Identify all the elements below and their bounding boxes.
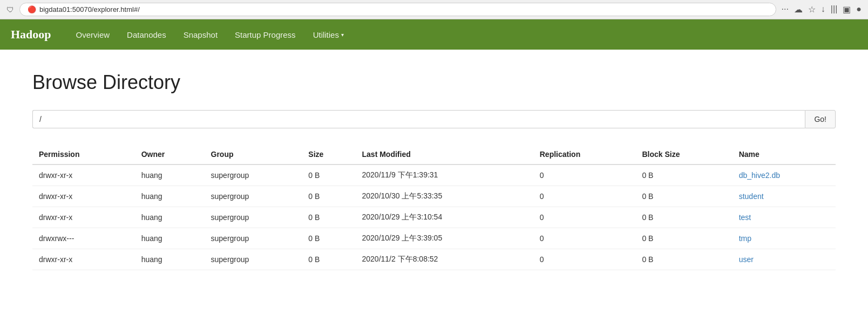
cell-group: supergroup <box>205 249 302 270</box>
pocket-icon[interactable]: ☁ <box>794 4 803 15</box>
table-row: drwxr-xr-x huang supergroup 0 B 2020/10/… <box>32 186 836 207</box>
cell-owner: huang <box>135 228 205 249</box>
nav-item-startup-progress[interactable]: Startup Progress <box>226 20 304 49</box>
shield-icon: 🛡 <box>6 5 14 14</box>
nav-item-overview[interactable]: Overview <box>67 20 119 49</box>
cell-group: supergroup <box>205 186 302 207</box>
nav-link-datanodes[interactable]: Datanodes <box>118 20 175 49</box>
cell-last-modified: 2020/10/29 上午3:39:05 <box>356 228 533 249</box>
cell-owner: huang <box>135 186 205 207</box>
cell-replication: 0 <box>533 249 636 270</box>
cell-block-size: 0 B <box>635 207 732 228</box>
name-link[interactable]: db_hive2.db <box>739 171 780 180</box>
cell-block-size: 0 B <box>635 249 732 270</box>
cell-owner: huang <box>135 164 205 186</box>
cell-name[interactable]: tmp <box>733 228 836 249</box>
bookmark-icon[interactable]: ☆ <box>808 4 816 15</box>
cell-size: 0 B <box>302 228 355 249</box>
url-text: bigdata01:50070/explorer.html#/ <box>39 5 140 13</box>
page-title: Browse Directory <box>32 71 836 94</box>
cell-permission: drwxrwx--- <box>32 228 135 249</box>
cell-replication: 0 <box>533 164 636 186</box>
cell-size: 0 B <box>302 164 355 186</box>
cell-size: 0 B <box>302 249 355 270</box>
path-input[interactable] <box>32 110 805 128</box>
cell-replication: 0 <box>533 207 636 228</box>
cell-block-size: 0 B <box>635 164 732 186</box>
col-name: Name <box>733 145 836 164</box>
cell-replication: 0 <box>533 228 636 249</box>
nav-link-overview[interactable]: Overview <box>67 20 119 49</box>
path-bar: Go! <box>32 110 836 128</box>
utilities-dropdown: Utilities ▾ <box>313 30 344 39</box>
cell-block-size: 0 B <box>635 228 732 249</box>
col-replication: Replication <box>533 145 636 164</box>
navbar-nav: Overview Datanodes Snapshot Startup Prog… <box>67 20 352 49</box>
cell-group: supergroup <box>205 207 302 228</box>
table-header: Permission Owner Group Size Last Modifie… <box>32 145 836 164</box>
nav-item-datanodes[interactable]: Datanodes <box>118 20 175 49</box>
cell-group: supergroup <box>205 228 302 249</box>
nav-link-snapshot[interactable]: Snapshot <box>175 20 226 49</box>
menu-dots-icon[interactable]: ··· <box>782 4 789 15</box>
cell-name[interactable]: test <box>733 207 836 228</box>
cell-group: supergroup <box>205 164 302 186</box>
cell-last-modified: 2020/11/9 下午1:39:31 <box>356 164 533 186</box>
nav-link-startup-progress[interactable]: Startup Progress <box>226 20 304 49</box>
cell-permission: drwxr-xr-x <box>32 249 135 270</box>
cell-permission: drwxr-xr-x <box>32 207 135 228</box>
nav-item-snapshot[interactable]: Snapshot <box>175 20 226 49</box>
cell-size: 0 B <box>302 207 355 228</box>
navbar-brand[interactable]: Hadoop <box>11 28 51 42</box>
table-row: drwxrwx--- huang supergroup 0 B 2020/10/… <box>32 228 836 249</box>
cell-name[interactable]: user <box>733 249 836 270</box>
col-group: Group <box>205 145 302 164</box>
directory-table: Permission Owner Group Size Last Modifie… <box>32 145 836 270</box>
col-block-size: Block Size <box>635 145 732 164</box>
cell-last-modified: 2020/10/30 上午5:33:35 <box>356 186 533 207</box>
cell-last-modified: 2020/10/29 上午3:10:54 <box>356 207 533 228</box>
cell-name[interactable]: student <box>733 186 836 207</box>
browser-bar: 🛡 🔴 bigdata01:50070/explorer.html#/ ··· … <box>0 0 868 19</box>
cell-size: 0 B <box>302 186 355 207</box>
cell-owner: huang <box>135 207 205 228</box>
cell-permission: drwxr-xr-x <box>32 186 135 207</box>
table-row: drwxr-xr-x huang supergroup 0 B 2020/11/… <box>32 164 836 186</box>
main-content: Browse Directory Go! Permission Owner Gr… <box>0 50 868 292</box>
avatar-icon[interactable]: ● <box>856 4 862 15</box>
col-owner: Owner <box>135 145 205 164</box>
url-bar[interactable]: 🔴 bigdata01:50070/explorer.html#/ <box>19 3 776 16</box>
col-permission: Permission <box>32 145 135 164</box>
go-button[interactable]: Go! <box>805 110 836 128</box>
cell-owner: huang <box>135 249 205 270</box>
nav-link-utilities[interactable]: Utilities ▾ <box>304 20 352 49</box>
table-body: drwxr-xr-x huang supergroup 0 B 2020/11/… <box>32 164 836 270</box>
col-last-modified: Last Modified <box>356 145 533 164</box>
table-row: drwxr-xr-x huang supergroup 0 B 2020/11/… <box>32 249 836 270</box>
nav-item-utilities[interactable]: Utilities ▾ <box>304 20 352 49</box>
utilities-label: Utilities <box>313 30 339 39</box>
col-size: Size <box>302 145 355 164</box>
cell-replication: 0 <box>533 186 636 207</box>
name-link[interactable]: test <box>739 213 751 222</box>
cell-permission: drwxr-xr-x <box>32 164 135 186</box>
name-link[interactable]: student <box>739 192 764 201</box>
chevron-down-icon: ▾ <box>341 32 344 38</box>
name-link[interactable]: tmp <box>739 234 751 243</box>
favicon-icon: 🔴 <box>28 5 36 13</box>
cell-block-size: 0 B <box>635 186 732 207</box>
cell-name[interactable]: db_hive2.db <box>733 164 836 186</box>
table-row: drwxr-xr-x huang supergroup 0 B 2020/10/… <box>32 207 836 228</box>
history-icon[interactable]: ||| <box>831 4 837 15</box>
download-icon[interactable]: ↓ <box>821 4 825 15</box>
navbar: Hadoop Overview Datanodes Snapshot Start… <box>0 19 868 50</box>
reader-icon[interactable]: ▣ <box>843 4 851 15</box>
browser-actions: ··· ☁ ☆ ↓ ||| ▣ ● <box>782 4 862 15</box>
name-link[interactable]: user <box>739 255 754 264</box>
cell-last-modified: 2020/11/2 下午8:08:52 <box>356 249 533 270</box>
